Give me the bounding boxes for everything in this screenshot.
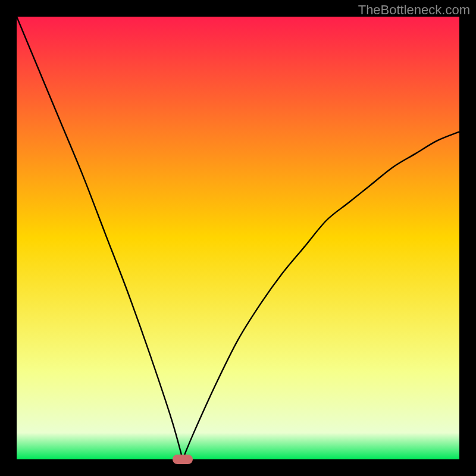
chart-frame: TheBottleneck.com (0, 0, 476, 476)
watermark-label: TheBottleneck.com (358, 2, 470, 18)
plot-area (17, 17, 459, 459)
bottleneck-plot-svg (17, 17, 459, 459)
min-marker (173, 455, 193, 464)
gradient-rect (17, 17, 459, 459)
